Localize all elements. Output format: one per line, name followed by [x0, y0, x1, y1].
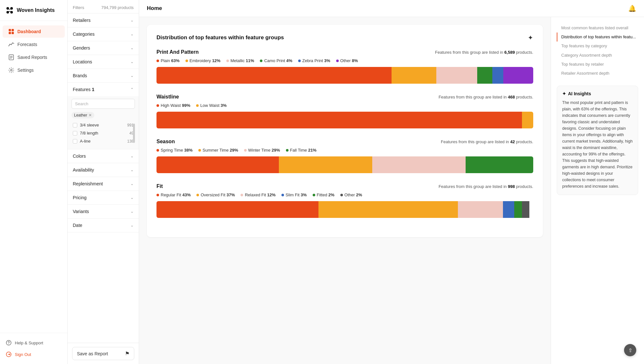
- page-title: Home: [147, 5, 162, 12]
- filter-section-locations: Locations ⌄: [68, 55, 139, 69]
- filter-option-label-0: 3/4 sleeve: [80, 123, 99, 127]
- app-name: Woven Insights: [17, 7, 55, 13]
- feature-group-count: Features from this group are listed in 6…: [435, 50, 533, 55]
- legend-item: Slim Fit 3%: [281, 192, 307, 197]
- filter-option: 3/4 sleeve 991: [71, 121, 135, 129]
- legend-label: Metallic 11%: [231, 58, 254, 63]
- svg-rect-5: [12, 29, 14, 31]
- sparkle-small-icon: ✦: [562, 91, 566, 96]
- filter-section-features: Features 1 ⌃ Leather ✕ 3/4 sleeve: [68, 83, 139, 149]
- filter-replenishment-label: Replenishment: [73, 181, 103, 186]
- scroll-top-button[interactable]: ⇧: [624, 344, 636, 356]
- help-support-button[interactable]: Help & Support: [3, 337, 65, 349]
- legend-label: Regular Fit 43%: [161, 192, 191, 197]
- filters-footer: Save as Report ⚑: [68, 343, 139, 364]
- sign-out-button[interactable]: Sign Out: [3, 349, 65, 360]
- svg-rect-7: [12, 32, 14, 34]
- legend-label: Other 2%: [345, 192, 362, 197]
- filter-checkbox-0[interactable]: [73, 123, 77, 127]
- filter-colors-label: Colors: [73, 154, 86, 159]
- filter-checkbox-2[interactable]: [73, 139, 77, 144]
- filter-locations-header[interactable]: Locations ⌄: [68, 55, 139, 69]
- legend-dot: [156, 149, 159, 152]
- filter-colors-header[interactable]: Colors ⌄: [68, 149, 139, 163]
- filter-brands-header[interactable]: Brands ⌄: [68, 69, 139, 82]
- chevron-down-icon: ⌄: [130, 18, 134, 23]
- legend-label: Other 8%: [340, 58, 358, 63]
- sparkle-icon[interactable]: ✦: [528, 34, 533, 42]
- logo-icon: [5, 6, 14, 15]
- filter-checkbox-1[interactable]: [73, 131, 77, 135]
- filters-list: Retailers ⌄ Categories ⌄ Genders ⌄ Locat…: [68, 14, 139, 343]
- legend-dot: [196, 194, 199, 196]
- sidebar-label-dashboard: Dashboard: [17, 29, 41, 34]
- chart-title: Distribution of top features within feat…: [156, 34, 284, 41]
- ai-insights-title: ✦ AI Insights: [562, 91, 633, 96]
- legend-label: Oversized Fit 37%: [201, 192, 235, 197]
- bar-segment: [522, 201, 529, 218]
- bar-segment: [466, 156, 533, 173]
- legend-item: Relaxed Fit 12%: [241, 192, 275, 197]
- feature-groups-container: Print And Pattern Features from this gro…: [156, 49, 533, 218]
- chevron-up-icon: ⌃: [130, 87, 134, 92]
- feature-group-count: Features from this group are listed in 4…: [439, 95, 533, 99]
- sidebar-item-saved-reports[interactable]: Saved Reports: [3, 51, 65, 63]
- filters-label: Filters: [73, 5, 84, 10]
- bookmark-icon: ⚑: [125, 350, 129, 357]
- filter-retailers-header[interactable]: Retailers ⌄: [68, 14, 139, 27]
- help-label: Help & Support: [15, 341, 43, 345]
- filter-pricing-header[interactable]: Pricing ⌄: [68, 191, 139, 204]
- chevron-down-icon: ⌄: [130, 154, 134, 158]
- filter-genders-label: Genders: [73, 45, 90, 51]
- chevron-down-icon: ⌄: [130, 32, 134, 36]
- filter-tag-remove[interactable]: ✕: [89, 113, 92, 117]
- legend-item: Fall Time 21%: [286, 148, 317, 153]
- filter-option-label-1: 7/8 length: [80, 131, 98, 135]
- toc-item-distribution[interactable]: Distribution of top features within feat…: [557, 33, 638, 42]
- legend-label: Relaxed Fit 12%: [245, 192, 275, 197]
- filter-replenishment-header[interactable]: Replenishment ⌄: [68, 177, 139, 191]
- sidebar-item-forecasts[interactable]: Forecasts: [3, 38, 65, 51]
- toc-item-retailer-assortment[interactable]: Retailer Assortment depth: [557, 69, 638, 78]
- legend-item: Oversized Fit 37%: [196, 192, 235, 197]
- filter-date-header[interactable]: Date ⌄: [68, 219, 139, 232]
- feature-group-title: Season: [156, 139, 175, 145]
- filter-features-header[interactable]: Features 1 ⌃: [68, 83, 139, 96]
- search-input[interactable]: [71, 99, 135, 109]
- notification-bell-icon[interactable]: 🔔: [628, 5, 636, 12]
- right-sidebar: Most common features listed overallDistr…: [551, 17, 644, 364]
- bar-segment: [156, 201, 318, 218]
- legend-dot: [336, 60, 339, 62]
- chevron-down-icon: ⌄: [130, 209, 134, 214]
- bar-segment: [522, 112, 533, 128]
- chevron-down-icon: ⌄: [130, 60, 134, 64]
- bar-segment: [318, 201, 458, 218]
- bar-segment: [392, 67, 436, 84]
- legend-item: Summer Time 29%: [198, 148, 238, 153]
- filter-section-variants: Variants ⌄: [68, 205, 139, 219]
- legend-label: Summer Time 29%: [203, 148, 238, 153]
- save-report-button[interactable]: Save as Report ⚑: [72, 347, 134, 360]
- toc-item-top-by-category[interactable]: Top features by category: [557, 42, 638, 51]
- toc-item-category-assortment[interactable]: Category Assortment depth: [557, 51, 638, 60]
- filter-genders-header[interactable]: Genders ⌄: [68, 41, 139, 55]
- sidebar: Woven Insights Dashboard Forecasts: [0, 0, 68, 364]
- bar-chart: [156, 67, 533, 84]
- filter-date-label: Date: [73, 223, 82, 228]
- filter-availability-header[interactable]: Availability ⌄: [68, 163, 139, 177]
- toc-container: Most common features listed overallDistr…: [557, 23, 638, 78]
- filter-categories-header[interactable]: Categories ⌄: [68, 27, 139, 41]
- sidebar-item-dashboard[interactable]: Dashboard: [3, 25, 65, 38]
- filter-variants-header[interactable]: Variants ⌄: [68, 205, 139, 218]
- bar-segment: [372, 156, 466, 173]
- sidebar-item-settings[interactable]: Settings: [3, 64, 65, 76]
- legend-dot: [313, 194, 315, 196]
- filter-locations-label: Locations: [73, 59, 92, 64]
- bar-segment: [503, 67, 533, 84]
- svg-point-14: [8, 344, 9, 345]
- toc-item-top-by-retailer[interactable]: Top features by retailer: [557, 60, 638, 69]
- feature-group-season: Season Features from this group are list…: [156, 139, 533, 173]
- legend-item: Other 8%: [336, 58, 358, 63]
- toc-item-most-common[interactable]: Most common features listed overall: [557, 23, 638, 33]
- filters-count: 794,799 products: [101, 5, 134, 10]
